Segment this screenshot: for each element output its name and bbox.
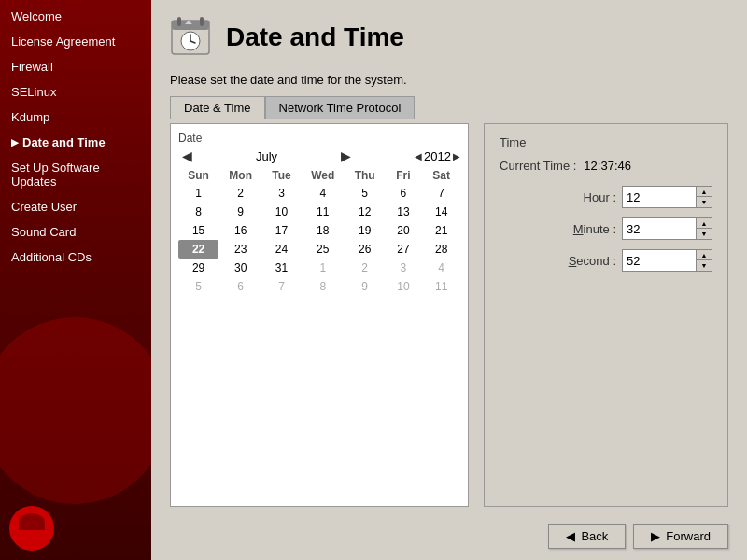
calendar-day[interactable]: 15	[178, 221, 218, 240]
month-nav: ◀ July ▶ ◀ 2012 ▶	[178, 148, 460, 163]
datetime-icon	[170, 15, 211, 56]
hour-spinner: ▲ ▼	[622, 186, 712, 208]
sidebar-item-kdump[interactable]: Kdump	[0, 105, 151, 130]
calendar-day[interactable]: 11	[301, 203, 345, 221]
calendar-day[interactable]: 24	[262, 240, 301, 259]
sidebar-item-software[interactable]: Set Up Software Updates	[0, 155, 151, 194]
minute-spinner: ▲ ▼	[622, 217, 712, 240]
calendar-day[interactable]: 27	[385, 240, 423, 259]
header-icon	[170, 15, 215, 60]
calendar-day[interactable]: 2	[218, 184, 262, 203]
calendar-section-label: Date	[178, 132, 460, 145]
sidebar: WelcomeLicense AgreementFirewallSELinuxK…	[0, 0, 151, 560]
calendar-day[interactable]: 23	[218, 240, 262, 259]
sidebar-item-selinux[interactable]: SELinux	[0, 79, 151, 105]
tab-bar: Date & Time Network Time Protocol	[170, 96, 728, 119]
second-spinner-btns: ▲ ▼	[697, 249, 712, 272]
calendar-day[interactable]: 9	[218, 203, 262, 221]
current-time-label: Current Time :	[500, 159, 576, 173]
calendar-day: 4	[422, 259, 460, 277]
sidebar-item-cds[interactable]: Additional CDs	[0, 245, 151, 270]
calendar-day: 9	[345, 277, 385, 296]
hour-input[interactable]	[622, 186, 697, 208]
calendar-day: 10	[385, 277, 423, 296]
calendar-day[interactable]: 17	[262, 221, 301, 240]
calendar-day[interactable]: 29	[178, 259, 218, 277]
calendar-day[interactable]: 1	[178, 184, 218, 203]
second-down-button[interactable]: ▼	[697, 260, 712, 271]
sidebar-item-welcome[interactable]: Welcome	[0, 4, 151, 29]
calendar-day[interactable]: 6	[385, 184, 423, 203]
sidebar-logo	[0, 497, 151, 560]
calendar-day[interactable]: 26	[345, 240, 385, 259]
calendar-day-header: Mon	[218, 167, 262, 184]
next-year-button[interactable]: ▶	[453, 151, 460, 161]
calendar-day[interactable]: 28	[422, 240, 460, 259]
hour-spinner-btns: ▲ ▼	[697, 186, 712, 208]
main-content: Date and Time Please set the date and ti…	[151, 0, 747, 560]
second-label: Second :	[551, 254, 616, 268]
sidebar-item-createuser[interactable]: Create User	[0, 194, 151, 219]
calendar-day-header: Wed	[301, 167, 345, 184]
sidebar-item-firewall[interactable]: Firewall	[0, 54, 151, 79]
calendar-day: 1	[301, 259, 345, 277]
hour-label: Hour :	[551, 190, 616, 204]
calendar-day: 8	[301, 277, 345, 296]
hour-row: Hour : ▲ ▼	[500, 186, 712, 208]
hour-up-button[interactable]: ▲	[697, 187, 712, 197]
time-section-label: Time	[500, 135, 712, 149]
prev-month-button[interactable]: ◀	[178, 148, 196, 163]
calendar-day[interactable]: 8	[178, 203, 218, 221]
calendar-day[interactable]: 31	[262, 259, 301, 277]
calendar-day[interactable]: 21	[422, 221, 460, 240]
sidebar-item-soundcard[interactable]: Sound Card	[0, 219, 151, 245]
calendar-day[interactable]: 7	[422, 184, 460, 203]
calendar-day[interactable]: 30	[218, 259, 262, 277]
datetime-panel: Date ◀ July ▶ ◀ 2012 ▶ SunMonTueWedThuFr…	[170, 119, 728, 507]
calendar-day[interactable]: 22	[178, 240, 218, 259]
minute-input[interactable]	[622, 217, 697, 240]
forward-button[interactable]: ▶ Forward	[633, 524, 728, 549]
second-row: Second : ▲ ▼	[500, 249, 712, 272]
calendar-day[interactable]: 4	[301, 184, 345, 203]
back-button[interactable]: ◀ Back	[548, 524, 626, 549]
page-description: Please set the date and time for the sys…	[151, 69, 747, 96]
tab-date-time[interactable]: Date & Time	[170, 96, 265, 119]
calendar-day[interactable]: 13	[385, 203, 423, 221]
calendar-day-header: Fri	[385, 167, 423, 184]
minute-down-button[interactable]: ▼	[697, 229, 712, 239]
prev-year-button[interactable]: ◀	[415, 151, 422, 161]
sidebar-item-datetime[interactable]: Date and Time	[0, 130, 151, 155]
calendar-day: 5	[178, 277, 218, 296]
calendar-day[interactable]: 20	[385, 221, 423, 240]
calendar-day[interactable]: 5	[345, 184, 385, 203]
calendar-day[interactable]: 18	[301, 221, 345, 240]
current-time-row: Current Time : 12:37:46	[500, 159, 712, 173]
forward-icon: ▶	[651, 529, 660, 543]
svg-rect-2	[177, 17, 181, 26]
back-icon: ◀	[566, 529, 575, 543]
hour-down-button[interactable]: ▼	[697, 197, 712, 207]
year-label: 2012	[424, 149, 451, 163]
calendar-day-header: Sun	[178, 167, 218, 184]
minute-up-button[interactable]: ▲	[697, 218, 712, 229]
sidebar-item-license[interactable]: License Agreement	[0, 29, 151, 54]
second-up-button[interactable]: ▲	[697, 250, 712, 260]
calendar-day[interactable]: 19	[345, 221, 385, 240]
calendar-day-header: Sat	[422, 167, 460, 184]
minute-spinner-btns: ▲ ▼	[697, 217, 712, 240]
minute-row: Minute : ▲ ▼	[500, 217, 712, 240]
calendar-day[interactable]: 25	[301, 240, 345, 259]
calendar-day[interactable]: 10	[262, 203, 301, 221]
second-input[interactable]	[622, 249, 697, 272]
calendar-day[interactable]: 12	[345, 203, 385, 221]
calendar-day-header: Thu	[345, 167, 385, 184]
current-time-value: 12:37:46	[584, 159, 631, 173]
calendar-day-header: Tue	[262, 167, 301, 184]
calendar-day[interactable]: 14	[422, 203, 460, 221]
tab-ntp[interactable]: Network Time Protocol	[265, 96, 416, 119]
next-month-button[interactable]: ▶	[337, 148, 355, 163]
calendar-day[interactable]: 3	[262, 184, 301, 203]
forward-label: Forward	[666, 529, 711, 543]
calendar-day[interactable]: 16	[218, 221, 262, 240]
